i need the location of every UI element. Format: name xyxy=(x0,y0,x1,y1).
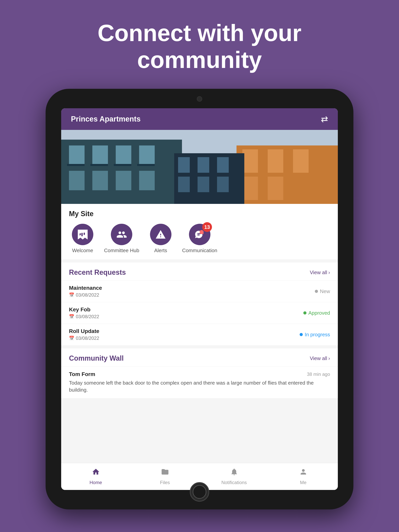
request-name-maintenance: Maintenance xyxy=(69,285,102,291)
committee-hub-icon-circle xyxy=(111,224,132,245)
tablet-home-button-inner xyxy=(193,485,206,499)
switch-icon[interactable]: ⇄ xyxy=(321,114,328,124)
nav-item-home[interactable]: Home xyxy=(80,467,111,485)
svg-rect-26 xyxy=(217,177,229,192)
welcome-label: Welcome xyxy=(72,247,93,253)
request-status-keyfob: Approved xyxy=(303,310,330,316)
spacer xyxy=(61,401,338,409)
sidebar-item-committee-hub[interactable]: Committee Hub xyxy=(104,224,139,253)
request-date-maintenance: 📅 03/08/2022 xyxy=(69,292,102,298)
alerts-icon-circle xyxy=(150,224,171,245)
request-name-keyfob: Key Fob xyxy=(69,306,99,313)
my-site-header: My Site xyxy=(61,204,338,220)
request-name-rollupdate: Roll Update xyxy=(69,328,99,334)
me-icon xyxy=(299,467,308,478)
home-icon xyxy=(92,467,100,478)
post-author-1: Tom Form xyxy=(69,371,95,377)
tablet-screen: Princes Apartments ⇄ xyxy=(61,108,338,490)
tablet-device: Princes Apartments ⇄ xyxy=(45,89,354,509)
status-dot-new xyxy=(315,290,318,293)
tablet-camera xyxy=(197,96,202,102)
welcome-icon-circle xyxy=(72,224,93,245)
svg-rect-24 xyxy=(178,177,190,192)
recent-requests-section: Recent Requests View all › Maintenance 📅… xyxy=(61,262,338,345)
community-wall-title: Community Wall xyxy=(69,354,124,362)
my-site-section: My Site Welcome xyxy=(61,204,338,259)
svg-rect-9 xyxy=(139,171,155,190)
svg-rect-7 xyxy=(92,171,108,190)
svg-rect-12 xyxy=(114,164,131,166)
recent-requests-title: Recent Requests xyxy=(69,268,126,277)
communication-label: Communication xyxy=(182,247,217,253)
nav-label-home: Home xyxy=(90,480,102,485)
community-post-1[interactable]: Tom Form 38 min ago Today someone left t… xyxy=(61,366,338,398)
svg-rect-15 xyxy=(242,149,258,173)
building-image xyxy=(61,130,338,204)
request-left-maintenance: Maintenance 📅 03/08/2022 xyxy=(69,285,102,298)
nav-item-notifications[interactable]: Notifications xyxy=(219,467,250,485)
request-item-maintenance[interactable]: Maintenance 📅 03/08/2022 New xyxy=(61,280,338,302)
app-header: Princes Apartments ⇄ xyxy=(61,108,338,130)
notifications-icon xyxy=(230,467,238,478)
svg-rect-5 xyxy=(139,146,155,165)
nav-item-files[interactable]: Files xyxy=(149,467,180,485)
calendar-icon-3: 📅 xyxy=(69,336,74,341)
svg-rect-2 xyxy=(69,146,84,165)
request-status-rollupdate: In progress xyxy=(300,332,330,338)
community-wall-header-row: Community Wall View all › xyxy=(61,348,338,366)
communication-icon-circle: 13 xyxy=(189,224,210,245)
recent-requests-header-row: Recent Requests View all › xyxy=(61,262,338,280)
nav-label-me: Me xyxy=(300,480,306,485)
sidebar-item-welcome[interactable]: Welcome xyxy=(69,224,96,253)
status-dot-approved xyxy=(303,311,306,315)
request-date-rollupdate: 📅 03/08/2022 xyxy=(69,336,99,341)
svg-rect-6 xyxy=(69,171,84,190)
nav-item-me[interactable]: Me xyxy=(288,467,319,485)
nav-label-notifications: Notifications xyxy=(221,480,247,485)
communication-badge: 13 xyxy=(202,222,212,232)
community-wall-view-all[interactable]: View all › xyxy=(310,355,330,361)
post-header-1: Tom Form 38 min ago xyxy=(69,371,330,377)
svg-rect-19 xyxy=(268,177,283,200)
svg-rect-3 xyxy=(92,146,108,165)
request-item-rollupdate[interactable]: Roll Update 📅 03/08/2022 In progress xyxy=(61,324,338,345)
svg-rect-4 xyxy=(116,146,131,165)
files-icon xyxy=(161,467,169,478)
app-title: Princes Apartments xyxy=(71,115,141,123)
request-item-keyfob[interactable]: Key Fob 📅 03/08/2022 Approved xyxy=(61,302,338,324)
calendar-icon: 📅 xyxy=(69,292,74,298)
request-left-keyfob: Key Fob 📅 03/08/2022 xyxy=(69,306,99,319)
tablet-home-button[interactable] xyxy=(190,482,209,502)
svg-rect-23 xyxy=(217,157,229,173)
sidebar-item-communication[interactable]: 13 Communication xyxy=(182,224,217,253)
app-content: My Site Welcome xyxy=(61,204,338,463)
svg-rect-16 xyxy=(268,149,283,173)
request-left-rollupdate: Roll Update 📅 03/08/2022 xyxy=(69,328,99,341)
community-wall-section: Community Wall View all › Tom Form 38 mi… xyxy=(61,348,338,398)
recent-requests-view-all[interactable]: View all › xyxy=(310,270,330,276)
committee-hub-label: Committee Hub xyxy=(104,247,139,253)
svg-rect-22 xyxy=(198,157,209,173)
svg-rect-17 xyxy=(293,149,309,173)
svg-rect-10 xyxy=(67,164,84,166)
calendar-icon-2: 📅 xyxy=(69,314,74,319)
sidebar-item-alerts[interactable]: Alerts xyxy=(147,224,174,253)
hero-text: Connect with your community xyxy=(44,19,355,73)
request-status-maintenance: New xyxy=(315,288,330,294)
svg-rect-25 xyxy=(198,177,209,192)
status-dot-inprogress xyxy=(300,333,303,336)
request-date-keyfob: 📅 03/08/2022 xyxy=(69,314,99,319)
svg-rect-11 xyxy=(90,164,108,166)
my-site-icons: Welcome Committee Hub xyxy=(61,220,338,259)
svg-rect-21 xyxy=(178,157,190,173)
svg-rect-13 xyxy=(137,164,155,166)
alerts-label: Alerts xyxy=(154,247,167,253)
post-text-1: Today someone left the back door to the … xyxy=(69,379,330,393)
nav-label-files: Files xyxy=(160,480,170,485)
post-time-1: 38 min ago xyxy=(307,372,330,377)
svg-rect-8 xyxy=(116,171,131,190)
svg-rect-18 xyxy=(242,177,258,200)
